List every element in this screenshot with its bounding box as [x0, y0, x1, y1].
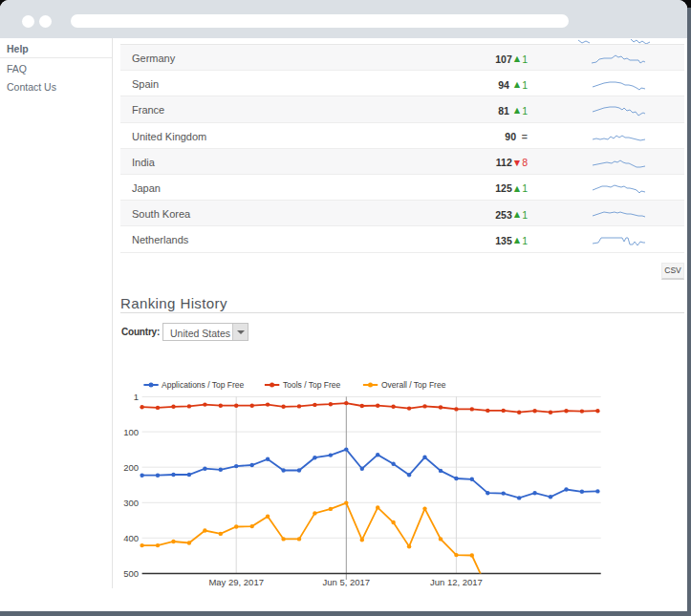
svg-text:Jun 12, 2017: Jun 12, 2017 — [430, 577, 483, 587]
svg-text:400: 400 — [123, 533, 139, 543]
svg-text:Tools / Top Free: Tools / Top Free — [283, 380, 341, 390]
svg-text:300: 300 — [123, 498, 139, 508]
svg-text:100: 100 — [123, 427, 139, 437]
svg-text:Jun 5, 2017: Jun 5, 2017 — [322, 577, 370, 587]
svg-text:500: 500 — [123, 568, 139, 579]
svg-text:1: 1 — [134, 392, 139, 402]
svg-text:Overall / Top Free: Overall / Top Free — [381, 380, 446, 390]
svg-text:Applications / Top Free: Applications / Top Free — [162, 380, 245, 390]
svg-text:200: 200 — [123, 462, 139, 473]
svg-text:May 29, 2017: May 29, 2017 — [208, 577, 264, 587]
